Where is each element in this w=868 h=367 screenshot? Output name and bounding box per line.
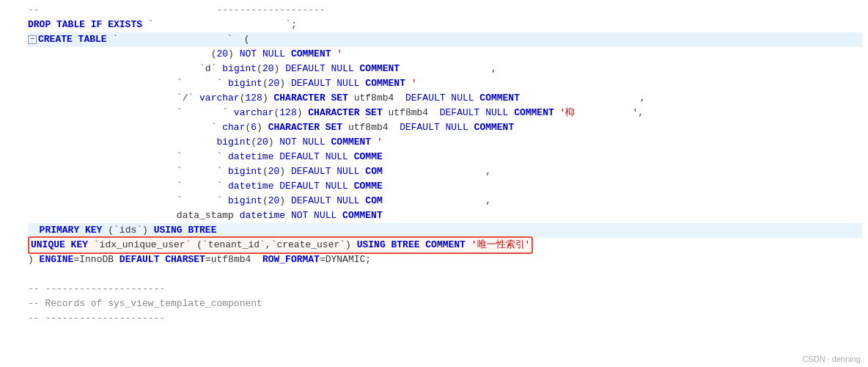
end-divider: -- --------------------- <box>28 311 165 326</box>
blurred-comment9 <box>383 164 485 179</box>
editor-container: -- ------------------- DROP TABLE IF EXI… <box>0 0 868 367</box>
comment-dashes-line: -- --------------------- <box>28 282 862 297</box>
kw-unique: UNIQUE KEY <box>31 238 88 252</box>
field-line-6: ` char (6) CHARACTER SET utf8mb4 DEFAULT… <box>28 120 862 135</box>
records-comment-line: -- Records of sys_view_template_componen… <box>28 297 862 311</box>
blurred-field2a <box>177 62 199 76</box>
bottom-divider: -- --------------------- <box>28 282 165 297</box>
blurred-comment12 <box>383 208 463 223</box>
blurred-field10 <box>183 179 217 194</box>
field-line-5: ` ` varchar (128) CHARACTER SET utf8mb4 … <box>28 106 862 120</box>
blurred-field8 <box>183 150 217 164</box>
blurred-comment6 <box>514 120 606 135</box>
blurred-field5 <box>183 106 223 120</box>
kw-drop: DROP TABLE IF EXISTS <box>28 18 142 32</box>
unique-key-line: UNIQUE KEY `idx_unique_user` (`tenant_id… <box>28 238 862 252</box>
blurred-pk <box>216 223 233 238</box>
primary-key-line: PRIMARY KEY (`ids`) USING BTREE <box>28 223 862 238</box>
field-line-7: bigint (20) NOT NULL COMMENT ' <box>28 135 862 150</box>
field-line-11: ` ` bigint (20) DEFAULT NULL COM , <box>28 194 862 208</box>
blank-line <box>28 267 862 282</box>
blurred-field9 <box>183 164 217 179</box>
kw-create: CREATE TABLE <box>38 32 107 47</box>
code-area[interactable]: -- ------------------- DROP TABLE IF EXI… <box>22 0 868 367</box>
blurred-field6 <box>177 120 211 135</box>
field-line-8: ` ` datetime DEFAULT NULL COMME <box>28 150 862 164</box>
field-line-10: ` ` datetime DEFAULT NULL COMME <box>28 179 862 194</box>
blurred-comment3 <box>417 76 474 91</box>
blurred-field1 <box>177 47 211 62</box>
watermark: CSDN · denning <box>803 355 861 363</box>
code-line: -- ------------------- <box>28 3 862 18</box>
field-line-2: `d` bigint (20) DEFAULT NULL COMMENT , <box>28 62 862 76</box>
blurred-tablename <box>154 18 285 32</box>
engine-line: ) ENGINE = InnoDB DEFAULT CHARSET =utf8m… <box>28 252 862 267</box>
field-line-1: (20) NOT NULL COMMENT ' <box>28 47 862 62</box>
blurred-field7 <box>177 135 211 150</box>
create-table-line: − CREATE TABLE ` ` ( <box>28 32 862 47</box>
blurred-comment8 <box>383 150 463 164</box>
collapse-icon[interactable]: − <box>28 35 37 44</box>
divider: -- ------------------- <box>28 3 326 18</box>
blurred-comment10 <box>383 179 463 194</box>
blurred-comment1 <box>342 47 400 62</box>
drop-table-line: DROP TABLE IF EXISTS ` `; <box>28 18 862 32</box>
blurred-field3a <box>183 76 217 91</box>
kw-primary: PRIMARY KEY <box>40 223 103 238</box>
blurred-comment4 <box>520 91 640 106</box>
blurred-comment7 <box>383 135 440 150</box>
blurred-comment5 <box>575 106 632 120</box>
blurred-comment2 <box>400 62 491 76</box>
blurred-field11 <box>183 194 217 208</box>
blurred-comment11 <box>383 194 485 208</box>
blurred-create-tablename <box>118 32 227 47</box>
end-dashes-line: -- --------------------- <box>28 311 862 326</box>
field-line-4: `/` varchar (128) CHARACTER SET utf8mb4 … <box>28 91 862 106</box>
field-line-12: data_stamp datetime NOT NULL COMMENT <box>28 208 862 223</box>
unique-key-highlight-box: UNIQUE KEY `idx_unique_user` (`tenant_id… <box>28 236 533 254</box>
field-line-9: ` ` bigint (20) DEFAULT NULL COM , <box>28 164 862 179</box>
field-line-3: ` ` bigint (20) DEFAULT NULL COMMENT ' <box>28 76 862 91</box>
